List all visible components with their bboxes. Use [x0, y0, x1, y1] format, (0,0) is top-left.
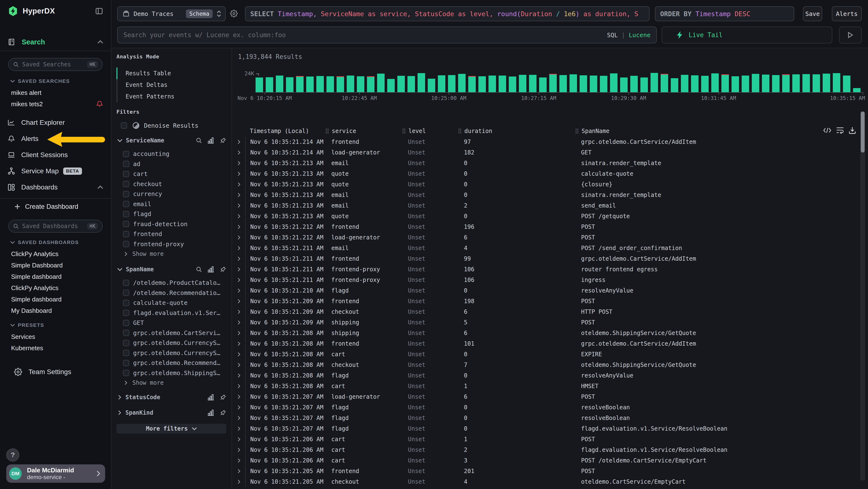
histogram-bar[interactable]	[367, 77, 374, 92]
facet-value-item[interactable]: ad	[117, 159, 227, 169]
histogram-bar[interactable]	[448, 75, 456, 92]
row-expand-chevron-icon[interactable]	[232, 288, 245, 293]
facet-value-item[interactable]: frontend-proxy	[117, 239, 227, 249]
histogram-bar[interactable]	[802, 74, 810, 92]
help-button[interactable]: ?	[6, 449, 19, 461]
row-expand-chevron-icon[interactable]	[232, 437, 245, 441]
sql-select-input[interactable]: SELECT Timestamp, ServiceName as service…	[245, 6, 650, 21]
sidebar-item-client-sessions[interactable]: Client Sessions	[0, 150, 111, 160]
facet-group-spankind[interactable]: SpanKind	[117, 409, 227, 416]
alerts-button[interactable]: Alerts	[832, 6, 862, 21]
histogram-bar[interactable]	[417, 73, 425, 92]
histogram-bar[interactable]	[377, 74, 384, 92]
facet-value-item[interactable]: /oteldemo.Recommendatio…	[117, 288, 227, 298]
histogram-bar[interactable]	[337, 77, 344, 92]
facet-search-icon[interactable]	[196, 137, 202, 144]
facet-value-item[interactable]: calculate-quote	[117, 298, 227, 308]
histogram-bar[interactable]	[742, 76, 749, 92]
row-expand-chevron-icon[interactable]	[232, 214, 245, 219]
row-expand-chevron-icon[interactable]	[232, 480, 245, 484]
row-expand-chevron-icon[interactable]	[232, 182, 245, 186]
chevron-up-icon[interactable]	[97, 185, 103, 189]
table-row[interactable]: Nov 6 10:35:21.205 AMcheckoutUnset4oteld…	[232, 477, 860, 487]
analysis-mode-results-table[interactable]: Results Table	[117, 67, 227, 79]
facet-checkbox[interactable]	[123, 300, 129, 306]
histogram-bar[interactable]	[772, 75, 779, 92]
facet-value-item[interactable]: fraud-detection	[117, 219, 227, 229]
histogram-bar[interactable]	[428, 79, 435, 92]
row-expand-chevron-icon[interactable]	[232, 331, 245, 335]
facet-value-item[interactable]: flagd	[117, 209, 227, 219]
facet-checkbox[interactable]	[123, 191, 129, 197]
facet-search-icon[interactable]	[196, 266, 202, 272]
facet-checkbox[interactable]	[123, 370, 129, 376]
histogram-bar[interactable]	[853, 88, 861, 92]
table-row[interactable]: Nov 6 10:35:21.209 AMfrontendUnset198POS…	[232, 296, 860, 307]
table-row[interactable]: Nov 6 10:35:21.211 AMfrontend-proxyUnset…	[232, 275, 860, 285]
table-row[interactable]: Nov 6 10:35:21.206 AMcartUnset2flagd.eva…	[232, 444, 860, 455]
facet-value-item[interactable]: /oteldemo.ProductCatalo…	[117, 278, 227, 288]
histogram-bar[interactable]	[671, 78, 678, 92]
row-expand-chevron-icon[interactable]	[232, 203, 245, 208]
more-filters-button[interactable]: More filters	[117, 424, 226, 433]
histogram-bar[interactable]	[286, 77, 293, 92]
facet-checkbox[interactable]	[123, 171, 129, 177]
facet-checkbox[interactable]	[123, 360, 129, 366]
histogram-bar[interactable]	[438, 75, 445, 92]
histogram-bar[interactable]	[529, 75, 536, 92]
table-row[interactable]: Nov 6 10:35:21.206 AMcartUnset3POST /ote…	[232, 455, 860, 466]
saved-dashboard-item[interactable]: ClickPy Analytics	[0, 284, 111, 292]
scrollbar-thumb[interactable]	[861, 112, 865, 152]
facet-checkbox[interactable]	[123, 280, 129, 286]
facet-value-item[interactable]: email	[117, 199, 227, 209]
histogram-bar[interactable]	[580, 75, 587, 92]
facet-checkbox[interactable]	[123, 231, 129, 237]
table-row[interactable]: Nov 6 10:35:21.212 AMload-generatorUnset…	[232, 232, 860, 243]
facet-checkbox[interactable]	[123, 310, 129, 316]
analysis-mode-event-patterns[interactable]: Event Patterns	[117, 91, 227, 102]
facet-pin-icon[interactable]	[219, 266, 227, 273]
column-header-service[interactable]: service	[326, 128, 402, 135]
facet-value-item[interactable]: currency	[117, 189, 227, 199]
histogram-bar[interactable]	[762, 75, 769, 92]
row-expand-chevron-icon[interactable]	[232, 278, 245, 282]
table-row[interactable]: Nov 6 10:35:21.208 AMfrontendUnset101grp…	[232, 338, 860, 349]
histogram-bar[interactable]	[833, 73, 840, 92]
user-card[interactable]: DM Dale McDiarmid demo-service -	[6, 464, 105, 483]
histogram-bar[interactable]	[610, 74, 618, 92]
table-row[interactable]: Nov 6 10:35:21.210 AMflagdUnset0resolveA…	[232, 285, 860, 296]
column-header-timestamp-local-[interactable]: Timestamp (Local)	[245, 128, 326, 135]
histogram-bar[interactable]	[569, 74, 577, 92]
table-row[interactable]: Nov 6 10:35:21.213 AMquoteUnset0calculat…	[232, 169, 860, 179]
table-row[interactable]: Nov 6 10:35:21.208 AMcheckoutUnset7oteld…	[232, 359, 860, 370]
table-row[interactable]: Nov 6 10:35:21.208 AMflagdUnset0resolveA…	[232, 370, 860, 381]
order-by-input[interactable]: ORDER BY Timestamp DESC	[655, 6, 794, 21]
table-row[interactable]: Nov 6 10:35:21.213 AMemailUnset2send_ema…	[232, 200, 860, 211]
table-row[interactable]: Nov 6 10:35:21.213 AMemailUnset0sinatra.…	[232, 158, 860, 169]
facet-value-item[interactable]: flagd.evaluation.v1.Ser…	[117, 308, 227, 318]
table-row[interactable]: Nov 6 10:35:21.208 AMcartUnset1HMSET	[232, 381, 860, 392]
table-row[interactable]: Nov 6 10:35:21.211 AMfrontendUnset99grpc…	[232, 253, 860, 264]
histogram-bar[interactable]	[823, 74, 830, 92]
table-row[interactable]: Nov 6 10:35:21.214 AMfrontendUnset97grpc…	[232, 137, 860, 147]
analysis-mode-event-deltas[interactable]: Event Deltas	[117, 79, 227, 91]
facet-group-servicename[interactable]: ServiceName	[117, 137, 227, 144]
row-expand-chevron-icon[interactable]	[232, 299, 245, 304]
histogram-bar[interactable]	[752, 74, 759, 92]
row-expand-chevron-icon[interactable]	[232, 384, 245, 389]
histogram-bar[interactable]	[732, 76, 739, 92]
sidebar-item-team-settings[interactable]: Team Settings	[0, 367, 111, 377]
histogram-bar[interactable]	[255, 78, 263, 92]
facet-value-item[interactable]: frontend	[117, 229, 227, 239]
facet-group-statuscode[interactable]: StatusCode	[117, 394, 227, 401]
row-expand-chevron-icon[interactable]	[232, 363, 245, 367]
table-row[interactable]: Nov 6 10:35:21.213 AMquoteUnset0POST /ge…	[232, 211, 860, 222]
facet-value-item[interactable]: checkout	[117, 179, 227, 189]
facet-value-item[interactable]: grpc.oteldemo.Recommend…	[117, 358, 227, 368]
table-row[interactable]: Nov 6 10:35:21.209 AMshippingUnset5POST	[232, 317, 860, 328]
facet-checkbox[interactable]	[123, 290, 129, 296]
saved-dashboard-item[interactable]: Simple Dashboard	[0, 261, 111, 269]
row-expand-chevron-icon[interactable]	[232, 458, 245, 463]
table-row[interactable]: Nov 6 10:35:21.213 AMemailUnset0sinatra.…	[232, 190, 860, 200]
histogram-bar[interactable]	[499, 76, 506, 92]
